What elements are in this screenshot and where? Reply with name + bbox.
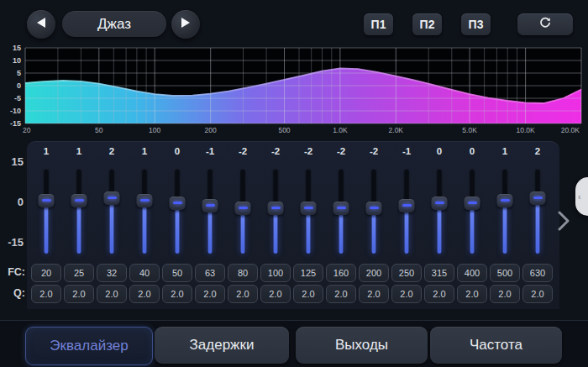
band-q-button[interactable]: 2.0	[129, 285, 160, 303]
svg-text:-10: -10	[10, 107, 21, 115]
band-fc-button[interactable]: 40	[129, 264, 160, 282]
preset-next-button[interactable]	[171, 10, 200, 39]
band-fc-button[interactable]: 160	[326, 264, 356, 282]
band-slider-thumb[interactable]	[170, 197, 186, 210]
band-fc-button[interactable]: 50	[162, 264, 192, 282]
band-q-button[interactable]: 2.0	[64, 285, 94, 303]
band-slider-thumb[interactable]	[497, 194, 513, 207]
band-slider-fill	[45, 201, 49, 254]
svg-text:15: 15	[13, 45, 21, 52]
band-slider-thumb[interactable]	[71, 194, 87, 207]
tab-equalizer[interactable]: Эквалайзер	[25, 327, 153, 365]
band-fc-button[interactable]: 400	[457, 264, 487, 282]
memory-preset-2-button[interactable]: П2	[412, 13, 442, 35]
preset-name[interactable]: Джаз	[62, 11, 166, 37]
band-q-button[interactable]: 2.0	[359, 285, 389, 303]
memory-preset-3-button[interactable]: П3	[461, 13, 491, 35]
svg-text:50: 50	[95, 126, 103, 134]
band-gain-value: -1	[194, 146, 227, 156]
gain-axis-min-label: -15	[0, 236, 24, 249]
band-gain-value: 0	[423, 146, 456, 156]
band-slider-fill	[143, 201, 147, 254]
band-q-button[interactable]: 2.0	[522, 285, 553, 303]
band-fc-button[interactable]: 630	[522, 264, 553, 282]
band-slider-fill	[77, 201, 81, 254]
tab-outputs[interactable]: Выходы	[296, 327, 428, 364]
band-gain-value: 2	[96, 146, 129, 156]
band-fc-button[interactable]: 100	[260, 264, 291, 282]
band-column: -2 125 2.0	[292, 141, 325, 309]
reset-button[interactable]	[517, 13, 573, 35]
band-column: 1 20 2.0	[30, 141, 63, 309]
band-slider-thumb[interactable]	[104, 191, 120, 205]
band-slider-fill	[438, 203, 442, 254]
band-slider-thumb[interactable]	[333, 202, 349, 215]
svg-text:20: 20	[23, 126, 31, 134]
svg-text:-15: -15	[10, 119, 21, 128]
band-column: -1 63 2.0	[194, 141, 227, 309]
band-column: -2 80 2.0	[227, 141, 260, 309]
band-slider-thumb[interactable]	[399, 199, 415, 212]
tab-frequency[interactable]: Частота	[430, 327, 562, 364]
band-slider-thumb[interactable]	[268, 202, 284, 215]
band-gain-value: -2	[358, 146, 391, 156]
band-q-button[interactable]: 2.0	[260, 285, 291, 303]
band-q-button[interactable]: 2.0	[31, 285, 61, 303]
band-fc-button[interactable]: 315	[424, 264, 454, 282]
band-slider-fill	[176, 203, 180, 254]
band-column: 2 32 2.0	[96, 141, 129, 309]
band-slider-thumb[interactable]	[432, 197, 448, 210]
band-fc-button[interactable]: 500	[490, 264, 520, 282]
band-fc-button[interactable]: 250	[391, 264, 422, 282]
band-gain-value: -2	[292, 146, 325, 156]
band-slider-fill	[470, 203, 475, 254]
band-slider-thumb[interactable]	[530, 191, 546, 205]
band-column: -2 160 2.0	[325, 141, 358, 309]
band-slider-thumb[interactable]	[202, 199, 218, 212]
band-q-button[interactable]: 2.0	[457, 285, 487, 303]
band-gain-value: 0	[456, 146, 489, 156]
fc-row-label: FC:	[0, 266, 25, 278]
band-q-button[interactable]: 2.0	[424, 285, 454, 303]
band-q-button[interactable]: 2.0	[162, 285, 192, 303]
band-slider-thumb[interactable]	[301, 202, 317, 215]
band-column: 1 25 2.0	[63, 141, 96, 309]
preset-prev-button[interactable]	[27, 10, 55, 39]
band-slider-fill	[536, 198, 540, 254]
band-q-button[interactable]: 2.0	[391, 285, 422, 303]
band-slider-thumb[interactable]	[235, 202, 251, 215]
band-fc-button[interactable]: 200	[359, 264, 389, 282]
band-slider-thumb[interactable]	[137, 194, 153, 207]
arrow-right-icon	[181, 17, 191, 32]
band-fc-button[interactable]: 20	[31, 264, 61, 282]
arrow-left-icon	[36, 17, 46, 32]
band-q-button[interactable]: 2.0	[97, 285, 127, 303]
band-column: -2 200 2.0	[358, 141, 391, 309]
band-slider-thumb[interactable]	[366, 202, 382, 215]
band-gain-value: -2	[325, 146, 358, 156]
band-fc-button[interactable]: 125	[293, 264, 323, 282]
side-drawer-handle[interactable]: ‹	[575, 177, 588, 216]
tab-delays[interactable]: Задержки	[155, 327, 289, 364]
band-fc-button[interactable]: 80	[228, 264, 258, 282]
band-column: -2 100 2.0	[260, 141, 292, 309]
band-q-button[interactable]: 2.0	[326, 285, 356, 303]
band-fc-button[interactable]: 25	[64, 264, 94, 282]
band-slider-thumb[interactable]	[465, 197, 480, 210]
svg-text:10.0K: 10.0K	[516, 126, 535, 134]
svg-text:10: 10	[13, 56, 21, 65]
svg-text:2.0K: 2.0K	[389, 126, 404, 134]
band-q-button[interactable]: 2.0	[228, 285, 258, 303]
svg-text:200: 200	[205, 126, 217, 134]
band-slider-thumb[interactable]	[39, 194, 55, 207]
next-bands-chevron[interactable]	[556, 210, 571, 235]
band-gain-value: 1	[129, 146, 161, 156]
band-fc-button[interactable]: 63	[195, 264, 225, 282]
band-q-button[interactable]: 2.0	[293, 285, 323, 303]
memory-preset-1-button[interactable]: П1	[364, 13, 393, 35]
band-gain-value: 0	[161, 146, 194, 156]
svg-text:100: 100	[149, 126, 160, 134]
band-q-button[interactable]: 2.0	[195, 285, 225, 303]
band-fc-button[interactable]: 32	[97, 264, 127, 282]
band-q-button[interactable]: 2.0	[490, 285, 520, 303]
